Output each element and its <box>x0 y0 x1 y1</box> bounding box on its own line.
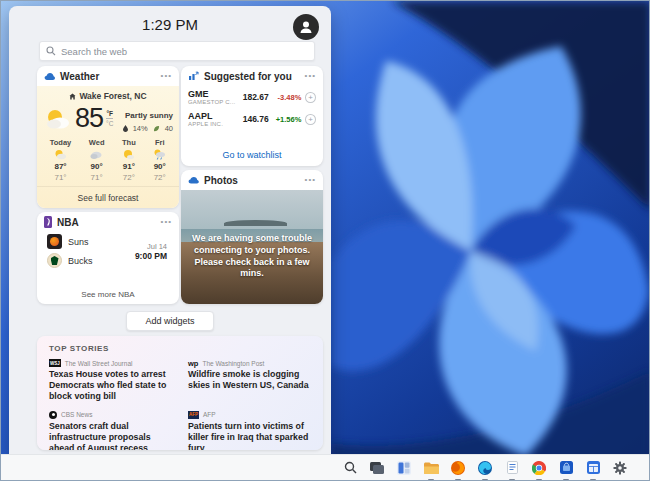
calendar-icon[interactable] <box>584 459 602 477</box>
notepad-icon[interactable] <box>503 459 521 477</box>
firefox-icon[interactable] <box>449 459 467 477</box>
weather-cloud-icon <box>44 72 55 81</box>
search-input[interactable] <box>61 46 308 57</box>
taskbar <box>1 454 649 480</box>
user-avatar[interactable] <box>293 14 319 40</box>
story-source: AFP <box>203 411 216 418</box>
story-source: CBS News <box>61 411 92 418</box>
partly-sunny-icon <box>54 149 67 160</box>
washington-post-logo: wp <box>188 359 198 367</box>
stock-price: 146.76 <box>238 114 269 124</box>
weather-widget[interactable]: Weather ••• Wake Forest, NC 85 <box>37 66 179 208</box>
person-icon <box>298 19 314 35</box>
photos-widget[interactable]: Photos ••• We are having some trouble co… <box>181 170 323 304</box>
widgets-panel: 1:29 PM Weather ••• <box>9 6 331 456</box>
stock-row[interactable]: AAPL APPLE INC. 146.76 +1.56% + <box>181 108 323 130</box>
nba-title: NBA <box>57 217 156 228</box>
weather-body: Wake Forest, NC 85 °F °C Partly sunny <box>37 86 179 208</box>
game-time: 9:00 PM <box>135 251 167 261</box>
stocks-more-options-icon[interactable]: ••• <box>305 72 316 80</box>
chrome-icon[interactable] <box>530 459 548 477</box>
raindrop-icon <box>123 125 128 132</box>
weather-location: Wake Forest, NC <box>79 91 146 101</box>
clock: 1:29 PM <box>9 16 331 33</box>
nba-logo-icon <box>44 216 52 228</box>
web-search-bar[interactable] <box>39 41 315 61</box>
story-headline: Patients turn into victims of killer fir… <box>188 421 311 450</box>
settings-gear-icon[interactable] <box>611 459 629 477</box>
cbs-eye-logo <box>49 411 57 419</box>
top-stories-card: TOP STORIES WSJ The Wall Street Journal … <box>37 336 323 450</box>
photos-more-options-icon[interactable]: ••• <box>305 176 316 184</box>
desktop: 1:29 PM Weather ••• <box>0 0 650 481</box>
search-taskbar-icon[interactable] <box>341 459 359 477</box>
edge-icon[interactable] <box>476 459 494 477</box>
home-icon <box>69 93 76 100</box>
stock-price: 182.67 <box>238 92 269 102</box>
news-story[interactable]: WSJ The Wall Street Journal Texas House … <box>49 359 172 402</box>
afp-logo: AFP <box>188 411 199 419</box>
stock-chart-icon <box>188 71 199 81</box>
stocks-title: Suggested for you <box>204 71 300 82</box>
onedrive-cloud-icon <box>188 176 199 184</box>
stock-row[interactable]: GME GAMESTOP C... 182.67 -3.48% + <box>181 86 323 108</box>
away-team: Suns <box>68 237 89 247</box>
search-icon <box>46 46 56 56</box>
mostly-sunny-icon <box>122 149 135 160</box>
stock-company: GAMESTOP C... <box>188 99 238 105</box>
cloudy-icon <box>90 149 103 160</box>
stock-symbol: GME <box>188 89 238 99</box>
add-to-watchlist-icon[interactable]: + <box>305 114 316 125</box>
weather-temperature: 85 <box>75 103 103 134</box>
see-more-nba-link[interactable]: See more NBA <box>37 284 179 304</box>
nba-widget[interactable]: NBA ••• Suns Bucks Jul 14 9:00 PM See mo… <box>37 212 179 304</box>
stock-change: -3.48% <box>269 93 302 102</box>
home-team: Bucks <box>68 256 93 266</box>
wsj-logo: WSJ <box>49 359 61 367</box>
story-headline: Wildfire smoke is clogging skies in West… <box>188 369 311 391</box>
forecast-day[interactable]: Wed 90° 71° <box>89 138 105 182</box>
go-to-watchlist-link[interactable]: Go to watchlist <box>181 144 323 166</box>
widgets-taskbar-icon[interactable] <box>395 459 413 477</box>
forecast-day[interactable]: Fri 90° 72° <box>153 138 166 182</box>
sun-showers-icon <box>153 149 166 160</box>
forecast-row: Today 87° 71° Wed 90° 71° Thu 91° <box>37 134 179 182</box>
air-quality-value: 40 <box>165 124 173 133</box>
story-source: The Washington Post <box>202 360 264 367</box>
stocks-widget[interactable]: Suggested for you ••• GME GAMESTOP C... … <box>181 66 323 166</box>
file-explorer-icon[interactable] <box>422 459 440 477</box>
stock-change: +1.56% <box>269 115 302 124</box>
news-story[interactable]: AFP AFP Patients turn into victims of ki… <box>188 411 311 450</box>
story-headline: Senators craft dual infrastructure propo… <box>49 421 172 450</box>
beach-photo: We are having some trouble connecting to… <box>181 190 323 304</box>
task-view-icon[interactable] <box>368 459 386 477</box>
unit-toggle[interactable]: °F °C <box>106 110 113 127</box>
see-full-forecast-link[interactable]: See full forecast <box>37 186 179 208</box>
game-date: Jul 14 <box>135 242 167 251</box>
air-quality-leaf-icon <box>153 125 160 132</box>
precipitation-value: 14% <box>133 124 148 133</box>
weather-condition: Partly sunny <box>125 111 173 120</box>
add-to-watchlist-icon[interactable]: + <box>305 92 316 103</box>
story-source: The Wall Street Journal <box>65 360 133 367</box>
story-headline: Texas House votes to arrest Democrats wh… <box>49 369 172 402</box>
news-story[interactable]: wp The Washington Post Wildfire smoke is… <box>188 359 311 402</box>
photos-error-message: We are having some trouble connecting to… <box>189 233 315 280</box>
top-stories-title: TOP STORIES <box>49 344 311 353</box>
nba-more-options-icon[interactable]: ••• <box>161 218 172 226</box>
weather-more-options-icon[interactable]: ••• <box>161 72 172 80</box>
partly-sunny-icon <box>45 108 72 130</box>
stock-symbol: AAPL <box>188 111 238 121</box>
photos-title: Photos <box>204 175 300 186</box>
suns-logo <box>47 234 62 249</box>
forecast-day[interactable]: Today 87° 71° <box>50 138 72 182</box>
photo-island <box>224 220 288 227</box>
forecast-day[interactable]: Thu 91° 72° <box>122 138 136 182</box>
news-story[interactable]: CBS News Senators craft dual infrastruct… <box>49 411 172 450</box>
add-widgets-button[interactable]: Add widgets <box>126 311 214 331</box>
store-icon[interactable] <box>557 459 575 477</box>
stock-company: APPLE INC. <box>188 121 238 127</box>
weather-title: Weather <box>60 71 156 82</box>
bucks-logo <box>47 253 62 268</box>
